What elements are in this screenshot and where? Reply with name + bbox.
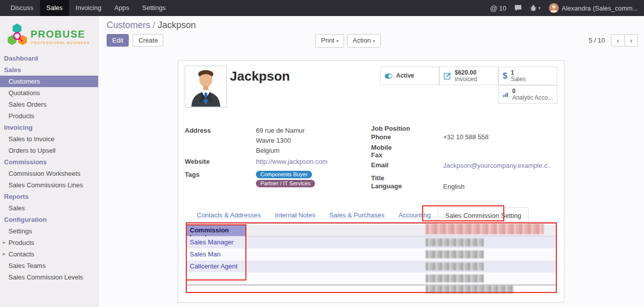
sidebar-item-label: Contacts [9, 250, 34, 258]
commission-level-column-header[interactable]: Commission Level [187, 225, 246, 236]
commission-level-cell: Callcenter Agent [187, 260, 246, 272]
main-content: Customers/Jackpson Edit Create Print▾ Ac… [99, 16, 644, 307]
user-name: Alexandra (Sales_comm... [562, 5, 638, 12]
redacted-cell-blur [426, 262, 484, 270]
menu-discuss[interactable]: Discuss [4, 0, 40, 16]
tab-accounting[interactable]: Accounting [392, 207, 438, 223]
menu-apps[interactable]: Apps [108, 0, 136, 16]
sidebar-item-config-products[interactable]: ▸ Products [0, 237, 98, 248]
breadcrumb-customers-link[interactable]: Customers [107, 20, 150, 30]
table-row-sales-manager[interactable]: Sales Manager [187, 236, 556, 248]
dollar-icon: $ [503, 72, 507, 81]
sidebar-item-sales-commissions-lines[interactable]: Sales Commissions Lines [0, 179, 98, 191]
table-row-callcenter-agent[interactable]: Callcenter Agent [187, 260, 556, 272]
user-menu[interactable]: Alexandra (Sales_comm... [549, 3, 638, 13]
mention-count: 10 [499, 5, 506, 12]
table-row-empty[interactable] [187, 272, 556, 284]
sidebar-item-customers[interactable]: Customers [0, 76, 98, 87]
sidebar-item-settings[interactable]: Settings [0, 225, 98, 237]
email-link[interactable]: Jackpson@yourcompany.example.c.. [443, 162, 551, 169]
sidebar-item-reports-sales[interactable]: Sales [0, 202, 98, 214]
pager-value[interactable]: 5 / 10 [588, 37, 605, 44]
tab-contacts-addresses[interactable]: Contacts & Addresses [190, 207, 268, 223]
sidebar-item-products[interactable]: Products [0, 110, 98, 122]
email-label: Email [371, 161, 389, 169]
address-line-2: Wavre 1300 [256, 137, 291, 144]
tab-sales-purchases[interactable]: Sales & Purchases [323, 207, 392, 223]
sidebar-heading-commissions[interactable]: Commissions [0, 156, 98, 168]
sidebar-heading-invoicing[interactable]: Invoicing [0, 122, 98, 133]
chat-bubble-icon [514, 5, 522, 12]
table-footer-row [187, 285, 556, 293]
analytic-accounts-stat-button[interactable]: 0 Analytic Acco... [498, 85, 557, 104]
menu-sales[interactable]: Sales [40, 0, 70, 16]
debug-menu-button[interactable]: ▾ [530, 5, 541, 12]
bar-chart-icon [503, 91, 509, 98]
edit-button[interactable]: Edit [107, 34, 129, 47]
sidebar-heading-configuration[interactable]: Configuration [0, 214, 98, 225]
active-toggle-icon [385, 73, 393, 79]
stat-buttons: Active $620.00 Invoiced $ 1 Sales [380, 67, 557, 104]
table-row-sales-man[interactable]: Sales Man [187, 248, 556, 260]
website-link[interactable]: http://www.jackpson.com [256, 158, 328, 165]
language-label: Language [371, 182, 402, 190]
sidebar-item-sales-teams[interactable]: Sales Teams [0, 260, 98, 271]
sidebar-item-commission-worksheets[interactable]: Commission Worksheets [0, 168, 98, 179]
expand-caret-icon: ▸ [3, 239, 6, 245]
sidebar: PROBUSE PROFESSIONAL BUSINESS Dashboard … [0, 16, 99, 307]
sidebar-item-sales-orders[interactable]: Sales Orders [0, 99, 98, 110]
create-button[interactable]: Create [133, 34, 163, 47]
at-icon: @ [490, 4, 497, 13]
sidebar-heading-reports[interactable]: Reports [0, 191, 98, 202]
redacted-header-blur [426, 224, 544, 234]
sidebar-heading-sales[interactable]: Sales [0, 64, 98, 76]
mentions-button[interactable]: @ 10 [490, 4, 506, 13]
sidebar-item-orders-to-upsell[interactable]: Orders to Upsell [0, 145, 98, 156]
print-label: Print [321, 37, 335, 44]
menu-invoicing[interactable]: Invoicing [69, 0, 108, 16]
tab-sales-commission-setting[interactable]: Sales Commission Setting [438, 207, 529, 224]
sidebar-item-sales-commission-levels[interactable]: Sales Commission Levels [0, 271, 98, 283]
tab-internal-notes[interactable]: Internal Notes [268, 207, 323, 223]
redacted-cell-blur [426, 250, 484, 258]
analytic-value: 0 [512, 88, 553, 95]
breadcrumb: Customers/Jackpson [107, 20, 196, 31]
sidebar-nav: Dashboard Sales Customers Quotations Sal… [0, 53, 98, 283]
sidebar-item-quotations[interactable]: Quotations [0, 87, 98, 99]
app-logo[interactable]: PROBUSE PROFESSIONAL BUSINESS [0, 16, 98, 53]
sidebar-item-sales-to-invoice[interactable]: Sales to Invoice [0, 133, 98, 145]
bug-icon [530, 5, 537, 12]
pager-previous-button[interactable]: ‹ [611, 34, 624, 47]
invoiced-stat-button[interactable]: $620.00 Invoiced [439, 67, 498, 85]
redacted-cell-blur [426, 274, 484, 282]
redacted-cell-blur [426, 238, 484, 246]
sidebar-item-config-contacts[interactable]: ▸ Contacts [0, 248, 98, 260]
address-line-1: 69 rue de Namur [256, 127, 305, 134]
active-stat-button[interactable]: Active [380, 67, 439, 85]
website-label: Website [185, 158, 210, 165]
action-label: Action [353, 37, 371, 44]
commission-level-cell: Sales Manager [187, 236, 246, 248]
expand-caret-icon: ▸ [3, 251, 6, 256]
sales-count-value: 1 [511, 70, 526, 76]
mobile-label: Mobile [371, 144, 392, 151]
pencil-edit-icon [444, 72, 451, 80]
record-photo [185, 66, 227, 108]
address-label: Address [185, 127, 211, 134]
job-position-label: Job Position [371, 125, 410, 132]
print-dropdown-button[interactable]: Print▾ [315, 34, 344, 48]
logo-hexagons-icon [8, 24, 27, 45]
phone-label: Phone [371, 133, 391, 141]
menu-settings[interactable]: Settings [136, 0, 172, 16]
messages-button[interactable] [514, 5, 522, 12]
action-dropdown-button[interactable]: Action▾ [347, 34, 381, 48]
invoiced-label: Invoiced [455, 76, 477, 83]
phone-value: +32 10 588 558 [443, 133, 489, 141]
active-label: Active [396, 73, 414, 79]
tag-partner-it-services: Partner / IT Services [256, 180, 315, 187]
commission-level-cell [187, 272, 246, 284]
pager-next-button[interactable]: › [624, 34, 638, 47]
tags-label: Tags [185, 171, 199, 178]
sales-count-stat-button[interactable]: $ 1 Sales [498, 67, 557, 85]
sidebar-heading-dashboard[interactable]: Dashboard [0, 53, 98, 64]
